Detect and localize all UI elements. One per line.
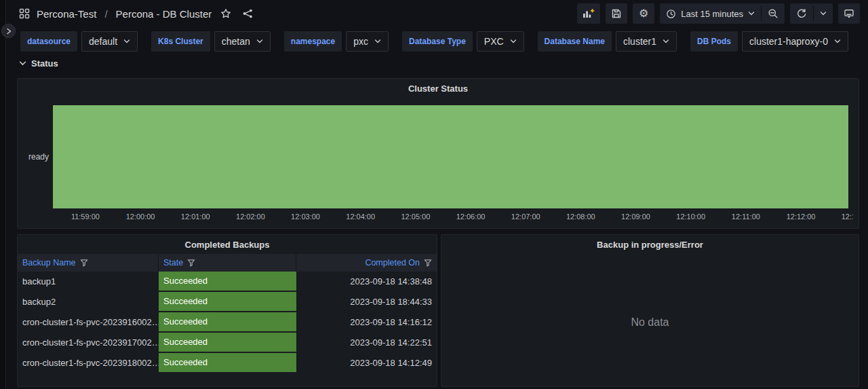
zoom-out-time-button[interactable] bbox=[762, 3, 785, 24]
time-picker-group: Last 15 minutes bbox=[660, 3, 785, 24]
variable-value-dropdown[interactable]: cluster1 bbox=[616, 31, 677, 52]
variable-filter-row: datasource default K8s Cluster chetan na… bbox=[20, 31, 848, 52]
filter-icon[interactable] bbox=[80, 259, 88, 267]
x-tick: 12:08:00 bbox=[566, 212, 595, 221]
time-range-picker[interactable]: Last 15 minutes bbox=[660, 3, 761, 24]
share-dashboard-button[interactable] bbox=[240, 6, 255, 21]
cell-backup-name: cron-cluster1-fs-pvc-2023917002… bbox=[18, 333, 159, 353]
column-header-state[interactable]: State bbox=[159, 254, 296, 272]
cell-backup-name: cron-cluster1-fs-pvc-2023918002… bbox=[18, 353, 159, 373]
star-icon bbox=[220, 8, 231, 19]
refresh-icon bbox=[796, 8, 807, 19]
column-label: Backup Name bbox=[22, 258, 76, 267]
table-header: Backup Name State Completed On bbox=[18, 254, 437, 272]
add-panel-button[interactable] bbox=[577, 3, 600, 24]
cell-completed-on: 2023-09-18 14:38:48 bbox=[296, 272, 437, 292]
apps-grid-icon bbox=[19, 8, 30, 19]
variable-value-dropdown[interactable]: default bbox=[81, 31, 138, 52]
x-tick: 11:59:00 bbox=[71, 212, 100, 221]
x-tick: 12:03:00 bbox=[291, 212, 320, 221]
x-tick: 12:09:00 bbox=[621, 212, 650, 221]
variable-value: cluster1-haproxy-0 bbox=[749, 36, 828, 47]
table-row: cron-cluster1-fs-pvc-2023917002… Succeed… bbox=[18, 333, 437, 353]
cycle-view-mode-button[interactable] bbox=[838, 3, 860, 24]
x-tick: 12:06:00 bbox=[456, 212, 486, 221]
table-row: cron-cluster1-fs-pvc-2023916002… Succeed… bbox=[18, 312, 437, 333]
cell-completed-on: 2023-09-18 14:22:51 bbox=[296, 333, 437, 353]
x-tick: 12:05:00 bbox=[401, 212, 430, 221]
x-tick: 12:11:00 bbox=[732, 212, 760, 221]
table-row: backup2 Succeeded 2023-09-18 18:44:33 bbox=[18, 292, 437, 312]
filter-icon[interactable] bbox=[424, 259, 432, 267]
chevron-down-icon bbox=[834, 38, 841, 45]
toolbar-actions: ⚙ Last 15 minutes bbox=[577, 3, 860, 24]
cell-backup-name: cron-cluster1-fs-pvc-2023916002… bbox=[18, 312, 159, 333]
variable-value: cluster1 bbox=[623, 36, 656, 47]
refresh-dashboard-button[interactable] bbox=[790, 3, 813, 24]
variable-value: PXC bbox=[484, 36, 504, 47]
variable-db-pods: DB Pods cluster1-haproxy-0 bbox=[690, 31, 848, 52]
cell-completed-on: 2023-09-18 14:12:49 bbox=[296, 353, 437, 373]
state-timeline-bar-ready bbox=[53, 105, 848, 208]
column-header-backup-name[interactable]: Backup Name bbox=[18, 254, 159, 272]
cell-backup-name: backup1 bbox=[18, 272, 159, 292]
chevron-down-icon bbox=[19, 60, 26, 67]
x-tick: 12:00:00 bbox=[126, 212, 155, 221]
chevron-down-icon bbox=[820, 10, 827, 17]
add-panel-icon bbox=[583, 8, 595, 19]
variable-database-name: Database Name cluster1 bbox=[538, 31, 677, 52]
x-tick: 12:13:00 bbox=[842, 212, 853, 221]
panel-title[interactable]: Backup in progress/Error bbox=[441, 235, 859, 254]
panel-title[interactable]: Completed Backups bbox=[18, 235, 437, 254]
clock-icon bbox=[666, 9, 676, 19]
cell-state-badge: Succeeded bbox=[159, 312, 296, 333]
column-label: State bbox=[163, 258, 183, 267]
variable-value: default bbox=[89, 36, 117, 47]
chevron-right-icon bbox=[5, 28, 12, 35]
variable-value-dropdown[interactable]: cluster1-haproxy-0 bbox=[742, 31, 848, 52]
variable-k8s-cluster: K8s Cluster chetan bbox=[151, 31, 271, 52]
x-tick: 12:12:00 bbox=[787, 212, 816, 221]
cell-state-badge: Succeeded bbox=[159, 292, 296, 312]
save-dashboard-button[interactable] bbox=[606, 3, 627, 24]
breadcrumb-separator: / bbox=[103, 8, 108, 20]
breadcrumb-folder[interactable]: Percona-Test bbox=[37, 8, 96, 20]
x-tick: 12:02:00 bbox=[236, 212, 265, 221]
x-tick: 12:10:00 bbox=[676, 212, 705, 221]
chevron-down-icon bbox=[123, 38, 130, 45]
refresh-group bbox=[790, 3, 833, 24]
sidebar-expand-button[interactable] bbox=[1, 24, 16, 38]
panel-title[interactable]: Cluster Status bbox=[18, 79, 859, 98]
variable-value: chetan bbox=[222, 36, 250, 47]
variable-label: K8s Cluster bbox=[151, 31, 210, 52]
filter-icon[interactable] bbox=[187, 259, 195, 267]
variable-label: namespace bbox=[284, 31, 342, 52]
panel-completed-backups: Completed Backups Backup Name State Comp… bbox=[17, 234, 437, 387]
chevron-down-icon bbox=[663, 38, 669, 45]
no-data-message: No data bbox=[441, 316, 859, 329]
chevron-down-icon bbox=[510, 38, 517, 45]
refresh-interval-dropdown[interactable] bbox=[814, 3, 833, 24]
dashboard-settings-button[interactable]: ⚙ bbox=[633, 3, 654, 24]
cell-completed-on: 2023-09-18 18:44:33 bbox=[296, 292, 437, 312]
chevron-down-icon bbox=[374, 38, 381, 45]
breadcrumb-dashboard-title[interactable]: Percona - DB Cluster bbox=[116, 8, 212, 20]
gear-icon: ⚙ bbox=[639, 8, 648, 19]
chevron-down-icon bbox=[256, 38, 263, 45]
variable-database-type: Database Type PXC bbox=[402, 31, 524, 52]
save-icon bbox=[611, 8, 622, 19]
cell-completed-on: 2023-09-18 14:16:12 bbox=[296, 312, 437, 333]
star-dashboard-button[interactable] bbox=[218, 6, 233, 21]
zoom-out-icon bbox=[768, 8, 778, 19]
variable-value-dropdown[interactable]: PXC bbox=[477, 31, 524, 52]
state-label: ready bbox=[22, 105, 49, 208]
variable-value-dropdown[interactable]: pxc bbox=[346, 31, 389, 52]
row-toggle-status[interactable]: Status bbox=[19, 58, 58, 69]
variable-namespace: namespace pxc bbox=[284, 31, 389, 52]
variable-label: Database Name bbox=[538, 31, 612, 52]
x-tick: 12:01:00 bbox=[181, 212, 210, 221]
top-bar: Percona-Test / Percona - DB Cluster bbox=[7, 0, 868, 27]
share-icon bbox=[242, 8, 253, 19]
variable-value-dropdown[interactable]: chetan bbox=[214, 31, 271, 52]
column-header-completed-on[interactable]: Completed On bbox=[296, 254, 437, 272]
